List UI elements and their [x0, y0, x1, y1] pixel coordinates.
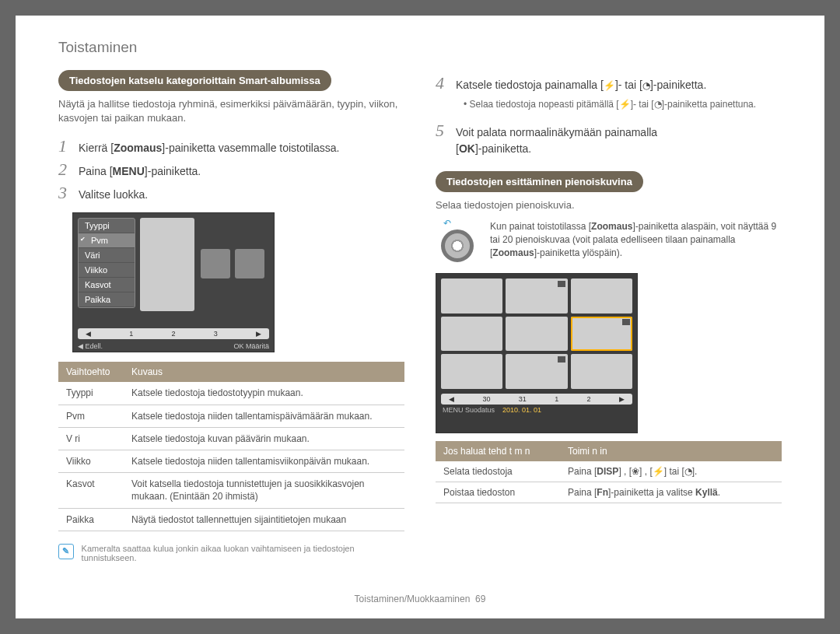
- preview-large: [140, 218, 194, 311]
- table-row: TyyppiKatsele tiedostoja tiedostotyypin …: [58, 382, 404, 405]
- video-badge-icon: [558, 281, 565, 287]
- thumbnail-screenshot: ◀ 30 31 1 2 ▶ MENU Suodatus 2010. 01. 01: [436, 273, 638, 433]
- preview-small: [201, 249, 230, 278]
- ok-key: OK: [459, 142, 475, 155]
- note-text: Kameralta saattaa kulua jonkin aikaa luo…: [82, 544, 404, 562]
- category-menu: Tyyppi Pvm Väri Viikko Kasvot Paikka: [78, 218, 135, 308]
- video-badge-icon: [558, 356, 565, 363]
- right-column: 4 Katsele tiedostoja painamalla [⚡]- tai…: [436, 70, 782, 562]
- note: ✎ Kameralta saattaa kulua jonkin aikaa l…: [58, 544, 404, 562]
- table-row: KasvotVoit katsella tiedostoja tunnistet…: [58, 473, 404, 508]
- step-2: 2 Paina [MENU]-painiketta.: [58, 159, 404, 180]
- screenshot-footer: MENU Suodatus 2010. 01. 01: [436, 405, 637, 417]
- thumb-cell: [441, 278, 502, 313]
- step-number: 5: [436, 121, 448, 141]
- step-3: 3 Valitse luokka.: [58, 183, 404, 203]
- ruler-arrow-right-icon: ▶: [619, 395, 625, 403]
- left-column: Tiedostojen katselu kategorioittain Smar…: [58, 70, 404, 562]
- timer-right-icon: ◔: [642, 81, 650, 90]
- actions-head-left: Jos haluat tehd t m n: [436, 441, 560, 461]
- table-row: V riKatsele tiedostoja kuvan päävärin mu…: [58, 427, 404, 450]
- category-menu-item-selected: Pvm: [79, 233, 135, 248]
- date-ruler: ◀ 1 2 3 ▶: [78, 328, 269, 339]
- step-number: 2: [58, 159, 71, 180]
- video-badge-icon: [622, 319, 630, 325]
- page-footer: Toistaminen/Muokkaaminen 69: [16, 594, 824, 604]
- thumb-cell-selected: [571, 317, 632, 352]
- step-4-bullet: Selaa tiedostoja nopeasti pitämällä [⚡]-…: [464, 98, 782, 111]
- step-number: 1: [58, 136, 71, 156]
- page-title: Toistaminen: [58, 39, 782, 56]
- table-row: Selata tiedostoja Paina [DISP] , [❀] , […: [436, 461, 782, 482]
- step-number: 3: [58, 183, 71, 203]
- thumb-cell: [506, 354, 567, 389]
- disp-key: DISP: [597, 466, 618, 477]
- ruler-arrow-right-icon: ▶: [256, 330, 261, 338]
- intro-text: Näytä ja hallitse tiedostoja ryhminä, es…: [58, 97, 404, 125]
- flash-left-icon: ⚡: [604, 81, 615, 90]
- actions-table: Jos haluat tehd t m n Toimi n in Selata …: [436, 441, 782, 503]
- thumb-cell: [571, 354, 632, 389]
- section-title-thumbs: Tiedostojen esittäminen pienoiskuvina: [436, 171, 643, 192]
- thumb-cell: [506, 278, 567, 313]
- actions-head-right: Toimi n in: [560, 441, 782, 461]
- table-row: ViikkoKatsele tiedostoja niiden tallenta…: [58, 450, 404, 472]
- category-menu-item: Kasvot: [79, 278, 135, 292]
- table-row: PvmKatsele tiedostoja niiden tallentamis…: [58, 405, 404, 427]
- dial-icon: [441, 229, 474, 262]
- info-icon: ✎: [58, 544, 74, 559]
- menu-key: MENU: [113, 165, 145, 177]
- flash-left-icon: ⚡: [619, 100, 631, 109]
- zoom-description: Kun painat toistotilassa [Zoomaus]-paini…: [490, 220, 782, 259]
- options-head-desc: Kuvaus: [124, 362, 404, 382]
- table-row: PaikkaNäytä tiedostot tallennettujen sij…: [58, 508, 404, 531]
- ruler-arrow-left-icon: ◀: [449, 395, 454, 403]
- category-screenshot: Tyyppi Pvm Väri Viikko Kasvot Paikka ◀ 1…: [72, 212, 275, 352]
- page: Toistaminen Tiedostojen katselu kategori…: [16, 16, 824, 618]
- category-menu-item: Paikka: [79, 292, 135, 307]
- thumb-intro: Selaa tiedostojen pienoiskuvia.: [436, 198, 782, 212]
- step-number: 4: [436, 73, 448, 93]
- category-menu-item: Tyyppi: [79, 219, 135, 233]
- options-head-option: Vaihtoehto: [58, 362, 124, 382]
- zoom-arrow-icon: ↶: [443, 218, 450, 229]
- zoom-dial-illustration: ↶: [436, 220, 479, 264]
- preview-small: [235, 249, 264, 278]
- macro-down-icon: ❀: [632, 467, 639, 476]
- thumb-cell: [441, 354, 502, 389]
- screenshot-footer: ◀ Edell. OK Määritä: [78, 342, 269, 350]
- timer-right-icon: ◔: [684, 467, 692, 476]
- zoom-key: Zoomaus: [114, 142, 162, 154]
- section-title-left: Tiedostojen katselu kategorioittain Smar…: [58, 70, 331, 91]
- step-4: 4 Katsele tiedostoja painamalla [⚡]- tai…: [436, 73, 782, 93]
- timer-right-icon: ◔: [654, 100, 662, 109]
- thumb-cell: [441, 317, 502, 352]
- flash-left-icon: ⚡: [653, 467, 664, 476]
- fn-key: Fn: [597, 487, 608, 498]
- step-5: 5 Voit palata normaalinäkymään painamall…: [436, 121, 782, 157]
- thumb-cell: [506, 317, 567, 352]
- date-ruler: ◀ 30 31 1 2 ▶: [441, 394, 632, 405]
- category-menu-item: Viikko: [79, 263, 135, 278]
- category-menu-item: Väri: [79, 248, 135, 263]
- options-table: Vaihtoehto Kuvaus TyyppiKatsele tiedosto…: [58, 362, 404, 531]
- thumb-cell: [571, 278, 632, 313]
- table-row: Poistaa tiedoston Paina [Fn]-painiketta …: [436, 482, 782, 503]
- step-1: 1 Kierrä [Zoomaus]-painiketta vasemmalle…: [58, 136, 404, 156]
- ruler-arrow-left-icon: ◀: [86, 330, 91, 338]
